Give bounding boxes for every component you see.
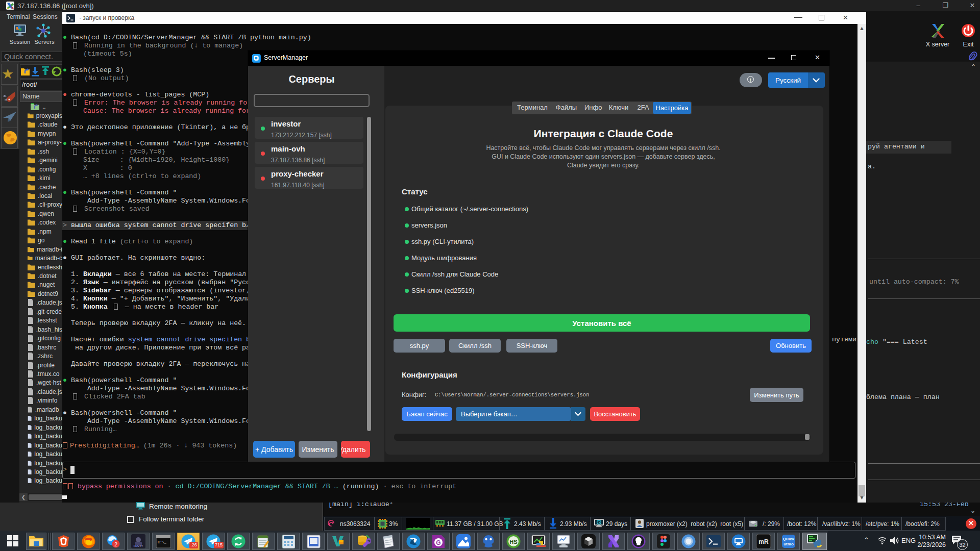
svg-text:utmo: utmo [783, 542, 794, 546]
svg-text:HS: HS [509, 539, 517, 545]
svg-text:Quick: Quick [783, 537, 795, 541]
svg-text:mR: mR [758, 538, 769, 545]
svg-text:2: 2 [114, 541, 117, 547]
svg-text:C:\_: C:\_ [158, 540, 167, 544]
svg-text:FRUTY: FRUTY [134, 544, 143, 547]
svg-text:G: G [436, 539, 440, 546]
